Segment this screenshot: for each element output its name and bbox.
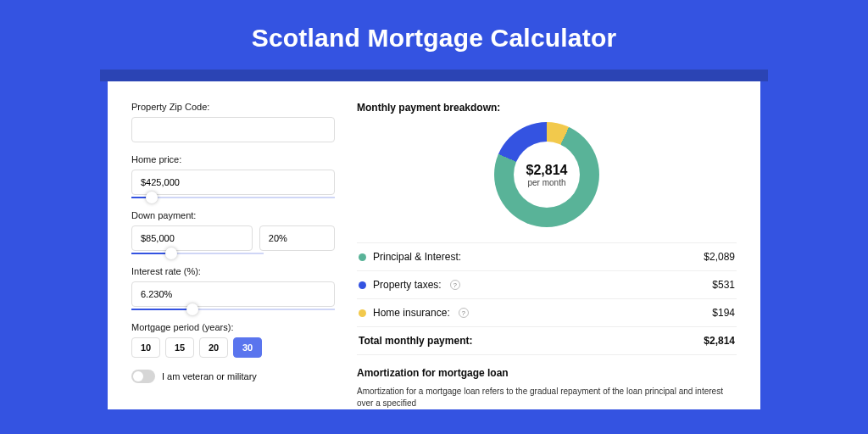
dot-icon [359, 253, 366, 261]
interest-label: Interest rate (%): [131, 266, 335, 276]
inputs-column: Property Zip Code: Home price: Down paym… [131, 102, 335, 409]
veteran-row: I am veteran or military [131, 370, 335, 383]
legend-insurance: Home insurance: ? $194 [357, 299, 737, 327]
dot-icon [359, 281, 366, 289]
veteran-toggle[interactable] [131, 370, 155, 383]
legend-label: Home insurance: [373, 307, 450, 319]
interest-input[interactable] [131, 281, 335, 307]
down-payment-slider[interactable] [131, 253, 264, 254]
home-price-label: Home price: [131, 154, 335, 164]
legend-label: Principal & Interest: [373, 251, 461, 263]
info-icon[interactable]: ? [459, 308, 469, 318]
page-title: Scotland Mortgage Calculator [0, 0, 868, 70]
donut-amount: $2,814 [526, 163, 568, 178]
down-payment-label: Down payment: [131, 210, 335, 220]
amortization-title: Amortization for mortgage loan [357, 367, 737, 379]
breakdown-title: Monthly payment breakdown: [357, 102, 737, 114]
legend-label: Property taxes: [373, 279, 442, 291]
period-label: Mortgage period (years): [131, 322, 335, 332]
legend: Principal & Interest: $2,089 Property ta… [357, 242, 737, 355]
period-30-button[interactable]: 30 [233, 337, 262, 358]
home-price-row: Home price: [131, 154, 335, 198]
legend-taxes: Property taxes: ? $531 [357, 271, 737, 299]
donut-center: $2,814 per month [514, 142, 580, 208]
total-value: $2,814 [704, 335, 735, 347]
breakdown-column: Monthly payment breakdown: $2,814 per mo… [357, 102, 737, 409]
donut-chart: $2,814 per month [357, 122, 737, 227]
legend-value: $194 [712, 307, 735, 319]
interest-row: Interest rate (%): [131, 266, 335, 310]
dot-icon [359, 309, 366, 317]
card-shadow [100, 70, 768, 81]
legend-value: $531 [712, 279, 735, 291]
interest-slider[interactable] [131, 309, 335, 310]
legend-value: $2,089 [704, 251, 735, 263]
down-payment-row: Down payment: [131, 210, 335, 254]
zip-label: Property Zip Code: [131, 102, 335, 112]
down-payment-input[interactable] [131, 225, 253, 251]
veteran-label: I am veteran or military [162, 371, 257, 381]
down-payment-pct-input[interactable] [259, 225, 335, 251]
zip-row: Property Zip Code: [131, 102, 335, 142]
home-price-input[interactable] [131, 170, 335, 195]
period-buttons: 10 15 20 30 [131, 337, 335, 358]
zip-input[interactable] [131, 117, 335, 142]
legend-total: Total monthly payment: $2,814 [357, 327, 737, 355]
legend-principal: Principal & Interest: $2,089 [357, 243, 737, 271]
total-label: Total monthly payment: [359, 335, 472, 347]
period-20-button[interactable]: 20 [199, 337, 228, 358]
amortization-section: Amortization for mortgage loan Amortizat… [357, 367, 737, 409]
calculator-card: Property Zip Code: Home price: Down paym… [108, 81, 760, 409]
info-icon[interactable]: ? [450, 280, 460, 290]
home-price-slider[interactable] [131, 197, 335, 198]
period-10-button[interactable]: 10 [131, 337, 160, 358]
period-15-button[interactable]: 15 [165, 337, 194, 358]
amortization-text: Amortization for a mortgage loan refers … [357, 386, 737, 409]
period-row: Mortgage period (years): 10 15 20 30 [131, 322, 335, 358]
donut-ring: $2,814 per month [494, 122, 599, 227]
donut-sub: per month [527, 178, 565, 187]
